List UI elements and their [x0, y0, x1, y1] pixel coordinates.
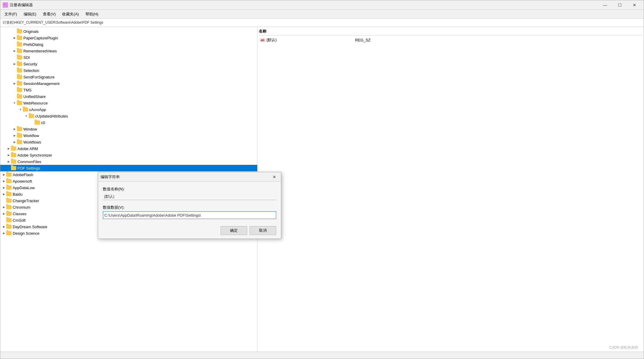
tree-item-adobesynchronizer[interactable]: Adobe Synchronizer [0, 152, 257, 158]
tree-item-cupdatedattributes[interactable]: cUpdatedAttributes [0, 113, 257, 119]
arrow-adobesynchronizer[interactable] [6, 153, 11, 157]
folder-icon-webresource [17, 101, 22, 105]
menu-help[interactable]: 帮助(H) [82, 10, 101, 18]
tree-item-unifiedshare[interactable]: UnifiedShare [0, 93, 257, 100]
arrow-classes[interactable] [1, 211, 6, 216]
arrow-c0 [30, 120, 35, 125]
dialog-name-input[interactable] [103, 193, 276, 200]
arrow-cacroapp[interactable] [18, 107, 23, 112]
dialog-data-input[interactable] [103, 211, 276, 219]
tree-item-originals[interactable]: Originals [0, 28, 257, 35]
tree-item-pdf-settings[interactable]: PDF Settings [0, 165, 257, 171]
folder-icon-baidu [6, 192, 12, 196]
arrow-rememberedviews[interactable] [12, 49, 17, 53]
folder-icon-tms [17, 88, 22, 92]
label-papercaptureplugin: PaperCapturePlugin [23, 36, 58, 40]
arrow-workflows[interactable] [12, 140, 17, 144]
tree-item-adobearm[interactable]: Adobe ARM [0, 145, 257, 152]
arrow-commonfiles[interactable] [6, 159, 11, 164]
arrow-baidu[interactable] [1, 192, 6, 197]
window-controls: — ☐ ✕ [598, 1, 641, 9]
folder-icon-cacroapp [23, 107, 28, 112]
menu-edit[interactable]: 编辑(E) [21, 10, 39, 18]
tree-item-sendforsignature[interactable]: SendForSignature [0, 74, 257, 80]
tree-item-cacroapp[interactable]: cAcroApp [0, 106, 257, 113]
tree-item-c0[interactable]: c0 [0, 119, 257, 126]
tree-item-selection[interactable]: Selection [0, 67, 257, 74]
col-header-name: 名称 [259, 29, 347, 34]
folder-icon-design-science [6, 231, 12, 235]
label-webresource: WebResource [23, 101, 48, 105]
edit-string-dialog: 编辑字符串 ✕ 数值名称(N): 数值数据(V): 确定 取消 [98, 172, 281, 239]
arrow-sdi [12, 55, 17, 60]
menu-view[interactable]: 查看(V) [40, 10, 59, 18]
arrow-cupdatedattributes[interactable] [24, 114, 29, 118]
arrow-security[interactable] [12, 62, 17, 66]
arrow-design-science[interactable] [1, 231, 6, 236]
right-panel-header: 名称 [259, 28, 643, 36]
folder-icon-unifiedshare [17, 94, 22, 99]
folder-icon-adobeflash [6, 173, 12, 177]
label-appdatalow: AppDataLow [13, 186, 35, 190]
tree-item-commonfiles[interactable]: CommonFiles [0, 158, 257, 165]
arrow-cmsoft [1, 218, 6, 223]
dialog-close-button[interactable]: ✕ [270, 173, 279, 181]
folder-icon-daydream-software [6, 225, 12, 229]
arrow-webresource[interactable] [12, 101, 17, 105]
folder-icon-adobesynchronizer [11, 153, 16, 157]
label-cupdatedattributes: cUpdatedAttributes [35, 114, 68, 118]
folder-icon-changetracker [6, 199, 12, 203]
label-selection: Selection [23, 68, 39, 73]
label-window: Window [23, 127, 37, 131]
arrow-apowersoft[interactable] [1, 179, 6, 183]
label-changetracker: ChangeTracker [13, 199, 39, 203]
label-baidu: Baidu [13, 192, 22, 197]
menu-file[interactable]: 文件(F) [1, 10, 20, 18]
arrow-daydream-software[interactable] [1, 224, 6, 229]
label-apowersoft: Apowersoft [13, 179, 32, 183]
folder-icon-appdatalow [6, 186, 12, 190]
arrow-selection [12, 68, 17, 73]
arrow-changetracker [1, 198, 6, 203]
title-bar: 🔧 注册表编辑器 — ☐ ✕ [0, 0, 644, 10]
main-content: Originals PaperCapturePlugin PrefsDialog… [0, 27, 644, 352]
tree-item-tms[interactable]: TMS [0, 87, 257, 93]
tree-item-sessionmanagement[interactable]: SessionManagement [0, 80, 257, 87]
tree-item-rememberedviews[interactable]: RememberedViews [0, 48, 257, 54]
label-prefsdialog: PrefsDialog [23, 42, 43, 47]
folder-icon-selection [17, 68, 22, 73]
tree-item-papercaptureplugin[interactable]: PaperCapturePlugin [0, 35, 257, 41]
tree-item-sdi[interactable]: SDI [0, 54, 257, 61]
close-button[interactable]: ✕ [628, 1, 641, 9]
folder-icon-cmsoft [6, 218, 12, 222]
dialog-ok-button[interactable]: 确定 [221, 226, 247, 235]
label-cmsoft: CmSoft [13, 218, 25, 223]
tree-item-workflows[interactable]: Workflows [0, 139, 257, 145]
tree-item-window[interactable]: Window [0, 126, 257, 132]
arrow-pdf-settings [6, 166, 11, 170]
arrow-papercaptureplugin[interactable] [12, 36, 17, 40]
arrow-chromium[interactable] [1, 205, 6, 210]
tree-item-workflow[interactable]: Workflow [0, 132, 257, 139]
arrow-appdatalow[interactable] [1, 185, 6, 190]
col-header-data [407, 29, 643, 34]
tree-item-prefsdialog[interactable]: PrefsDialog [0, 41, 257, 48]
folder-icon-papercaptureplugin [17, 36, 22, 40]
watermark: CSDN @松凤喜雨 [609, 345, 638, 350]
arrow-tms [12, 88, 17, 92]
dialog-cancel-button[interactable]: 取消 [250, 226, 276, 235]
dialog-data-label: 数值数据(V): [103, 205, 276, 210]
arrow-adobearm[interactable] [6, 146, 11, 151]
arrow-window[interactable] [12, 127, 17, 131]
registry-entry-default[interactable]: ab (默认) REG_SZ [259, 37, 643, 43]
label-workflow: Workflow [23, 133, 39, 138]
menu-favorites[interactable]: 收藏夹(A) [59, 10, 82, 18]
arrow-sessionmanagement[interactable] [12, 81, 17, 86]
arrow-adobeflash[interactable] [1, 172, 6, 177]
maximize-button[interactable]: ☐ [613, 1, 627, 9]
tree-item-security[interactable]: Security [0, 61, 257, 67]
arrow-workflow[interactable] [12, 133, 17, 138]
folder-icon-rememberedviews [17, 49, 22, 53]
minimize-button[interactable]: — [598, 1, 612, 9]
tree-item-webresource[interactable]: WebResource [0, 100, 257, 106]
